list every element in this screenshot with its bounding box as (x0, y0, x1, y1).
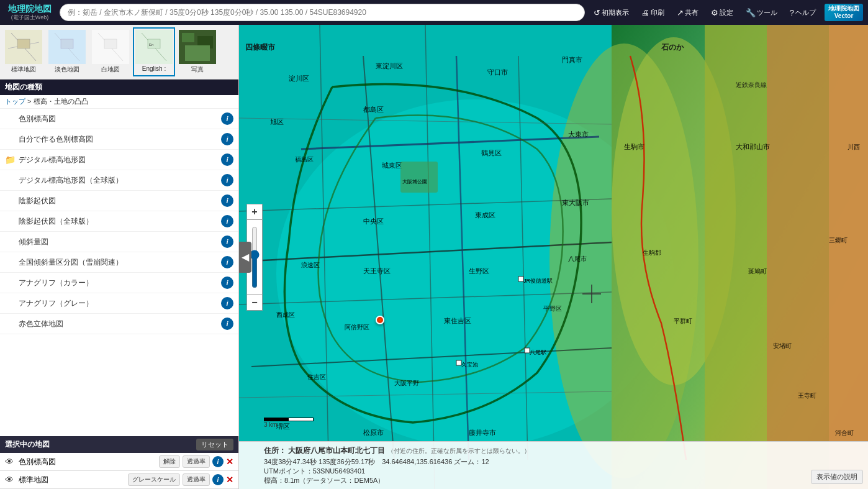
print-btn[interactable]: 🖨 印刷 (638, 7, 668, 19)
svg-text:石のか: 石のか (661, 43, 684, 52)
map-item-label-4: 陰影起伏図 (19, 196, 221, 206)
map-list-item-1[interactable]: 自分で作る色別標高図i (0, 129, 238, 150)
reset-view-btn[interactable]: ↺ 初期表示 (590, 7, 633, 19)
svg-text:旭区: 旭区 (270, 118, 284, 126)
map-info-btn-10[interactable]: i (221, 318, 233, 330)
thumb-standard-label: 標準地図 (11, 65, 36, 74)
thumb-white[interactable]: 白地図 (89, 27, 132, 76)
opacity-btn-1[interactable]: 透過率 (183, 473, 210, 486)
svg-text:生野区: 生野区 (469, 267, 489, 275)
map-list-item-2[interactable]: 📁デジタル標高地形図i (0, 150, 238, 170)
thumb-pastel[interactable]: 淡色地図 (46, 27, 88, 76)
map-list-item-8[interactable]: アナグリフ（カラー）i (0, 273, 238, 293)
search-input[interactable] (60, 4, 585, 21)
map-info-btn-6[interactable]: i (221, 235, 233, 248)
svg-text:都島区: 都島区 (363, 106, 384, 113)
item-icon-spacer (5, 196, 15, 206)
thumb-white-img (92, 30, 129, 64)
sidebar-toggle[interactable]: ◀ (239, 242, 251, 273)
map-info-btn-7[interactable]: i (221, 256, 233, 268)
svg-text:三郷町: 三郷町 (829, 237, 848, 244)
scale-bar: 3 km (264, 418, 314, 428)
map-container[interactable]: 淀川区 東淀川区 守口市 門真市 旭区 都島区 福島区 城東区 鶴見区 大東市 … (239, 25, 868, 489)
map-info-btn-4[interactable]: i (221, 194, 233, 207)
map-item-label-9: アナグリフ（グレー） (19, 298, 221, 309)
close-btn-0[interactable]: ✕ (226, 457, 233, 467)
svg-text:川西: 川西 (848, 144, 860, 150)
svg-rect-82 (456, 360, 461, 365)
grayscale-btn-1[interactable]: グレースケール (128, 473, 180, 486)
map-list-item-0[interactable]: 色別標高図i (0, 109, 238, 129)
svg-text:生駒市: 生駒市 (624, 143, 644, 150)
thumb-standard[interactable]: 標準地図 (2, 27, 45, 76)
map-list-item-9[interactable]: アナグリフ（グレー）i (0, 293, 238, 314)
map-info-btn-0[interactable]: i (221, 112, 233, 125)
map-list-item-10[interactable]: 赤色立体地図i (0, 314, 238, 334)
map-item-label-6: 傾斜量図 (19, 237, 221, 247)
svg-text:天王寺区: 天王寺区 (363, 267, 391, 275)
address-note: （付近の住所。正確な所属を示すとは限らない。） (387, 447, 530, 454)
map-info-btn-8[interactable]: i (221, 276, 233, 289)
reset-btn[interactable]: リセット (196, 439, 233, 450)
svg-text:浪速区: 浪速区 (301, 262, 320, 268)
item-icon-spacer (5, 257, 15, 267)
svg-rect-80 (525, 348, 530, 353)
svg-rect-84 (400, 162, 438, 193)
thumb-standard-img (5, 30, 42, 64)
svg-text:四條畷市: 四條畷市 (245, 43, 276, 52)
logo-area: 地理院地図 (電子国土Web) (5, 4, 55, 21)
remove-btn-0[interactable]: 解除 (159, 455, 180, 468)
explain-btn[interactable]: 表示値の説明 (811, 470, 863, 484)
share-btn[interactable]: ↗ 共有 (673, 7, 702, 19)
thumb-photo[interactable]: 写真 (176, 27, 219, 76)
svg-text:生駒郡: 生駒郡 (643, 249, 661, 256)
tools-icon: 🔧 (746, 8, 756, 17)
selected-map-label-1: 標準地図 (19, 475, 125, 485)
breadcrumb-top[interactable]: トップ (5, 98, 25, 105)
svg-text:東成区: 東成区 (475, 211, 495, 219)
section-header: 地図の種類 (0, 80, 238, 95)
item-icon-spacer (5, 114, 15, 124)
opacity-btn-0[interactable]: 透過率 (183, 455, 210, 468)
eye-icon-0[interactable]: 👁 (5, 457, 14, 467)
svg-text:門真市: 門真市 (562, 56, 582, 63)
section-title: 地図の種類 (5, 83, 42, 91)
selected-maps-title: 選択中の地図 (5, 439, 50, 450)
svg-text:中央区: 中央区 (363, 217, 384, 225)
map-background: 淀川区 東淀川区 守口市 門真市 旭区 都島区 福島区 城東区 鶴見区 大東市 … (239, 25, 868, 489)
zoom-out-btn[interactable]: − (246, 295, 263, 311)
map-info-btn-3[interactable]: i (221, 174, 233, 186)
map-info-btn-2[interactable]: i (221, 153, 233, 166)
breadcrumb: トップ > 標高・土地の凸凸 (0, 95, 238, 109)
svg-text:大阪城公園: 大阪城公園 (402, 179, 427, 185)
map-item-label-0: 色別標高図 (19, 114, 221, 124)
map-info-btn-5[interactable]: i (221, 215, 233, 227)
eye-icon-1[interactable]: 👁 (5, 475, 14, 485)
svg-text:東住吉区: 東住吉区 (444, 317, 471, 324)
item-icon-spacer (5, 216, 15, 226)
tools-btn[interactable]: 🔧 ツール (742, 7, 781, 19)
thumb-english[interactable]: En English : (133, 27, 175, 76)
map-list-item-7[interactable]: 全国傾斜量区分図（雪崩関連）i (0, 252, 238, 273)
map-info-btn-9[interactable]: i (221, 297, 233, 309)
breadcrumb-current: 標高・土地の凸凸 (34, 98, 88, 105)
info-btn-1[interactable]: i (212, 474, 224, 485)
map-list-item-3[interactable]: デジタル標高地形図（全球版）i (0, 170, 238, 191)
map-item-label-10: 赤色立体地図 (19, 319, 221, 329)
map-list-item-4[interactable]: 陰影起伏図i (0, 191, 238, 211)
scale-bar-label: 3 km (264, 421, 278, 428)
svg-text:平群町: 平群町 (674, 318, 692, 324)
map-thumbs: 標準地図 淡色地図 白地図 En English : (0, 25, 238, 80)
map-item-label-2: デジタル標高地形図 (19, 155, 221, 165)
header: 地理院地図 (電子国土Web) ↺ 初期表示 🖨 印刷 ↗ 共有 ⚙ 設定 🔧 … (0, 0, 868, 25)
utm-line: UTMポイント：53SNU56493401 (264, 467, 861, 476)
help-btn[interactable]: ? ヘルプ (786, 7, 820, 19)
info-btn-0[interactable]: i (212, 456, 224, 467)
map-list-item-5[interactable]: 陰影起伏図（全球版）i (0, 211, 238, 232)
zoom-in-btn[interactable]: + (246, 204, 263, 220)
map-info-btn-1[interactable]: i (221, 133, 233, 145)
settings-btn[interactable]: ⚙ 設定 (707, 7, 737, 19)
map-list-item-6[interactable]: 傾斜量図i (0, 232, 238, 252)
close-btn-1[interactable]: ✕ (226, 475, 233, 485)
thumb-pastel-label: 淡色地図 (55, 65, 79, 74)
